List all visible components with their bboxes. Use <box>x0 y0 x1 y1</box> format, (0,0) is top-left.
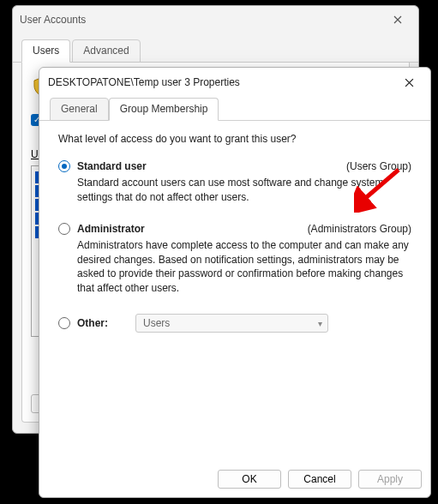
dialog-buttons: OK Cancel Apply <box>218 470 422 489</box>
radio-standard-user[interactable] <box>58 160 70 172</box>
select-value: Users <box>143 317 170 329</box>
option-group-hint: (Users Group) <box>346 160 411 172</box>
window-title: DESKTOPATONE\Temp user 3 Properties <box>48 76 240 88</box>
titlebar: DESKTOPATONE\Temp user 3 Properties <box>39 68 430 97</box>
tab-content: What level of access do you want to gran… <box>39 121 430 333</box>
tab-general[interactable]: General <box>50 98 109 121</box>
radio-other[interactable] <box>58 317 70 329</box>
tabs: General Group Membership <box>39 97 430 121</box>
ok-button[interactable]: OK <box>218 470 281 489</box>
option-administrator: Administrator (Administrators Group) Adm… <box>58 223 411 295</box>
close-icon[interactable] <box>394 70 423 94</box>
option-description: Administrators have complete access to t… <box>77 238 411 295</box>
other-group-select[interactable]: Users ▾ <box>135 314 328 333</box>
user-properties-window: DESKTOPATONE\Temp user 3 Properties Gene… <box>39 67 431 498</box>
option-description: Standard account users can use most soft… <box>77 176 411 204</box>
titlebar: User Accounts <box>13 6 418 33</box>
option-label[interactable]: Other: <box>77 317 108 329</box>
tab-users[interactable]: Users <box>21 39 70 63</box>
option-label[interactable]: Administrator <box>77 223 145 235</box>
option-standard-user: Standard user (Users Group) Standard acc… <box>58 160 411 204</box>
option-group-hint: (Administrators Group) <box>308 223 411 235</box>
radio-administrator[interactable] <box>58 223 70 235</box>
option-other: Other: Users ▾ <box>58 314 411 333</box>
tabs: Users Advanced <box>13 39 418 63</box>
window-title: User Accounts <box>20 14 86 26</box>
cancel-button[interactable]: Cancel <box>288 470 351 489</box>
option-label[interactable]: Standard user <box>77 160 147 172</box>
tab-advanced[interactable]: Advanced <box>72 39 140 63</box>
close-icon[interactable] <box>384 8 411 32</box>
tab-group-membership[interactable]: Group Membership <box>109 98 219 121</box>
chevron-down-icon: ▾ <box>318 319 322 328</box>
apply-button[interactable]: Apply <box>358 470 422 489</box>
prompt-text: What level of access do you want to gran… <box>58 133 411 145</box>
